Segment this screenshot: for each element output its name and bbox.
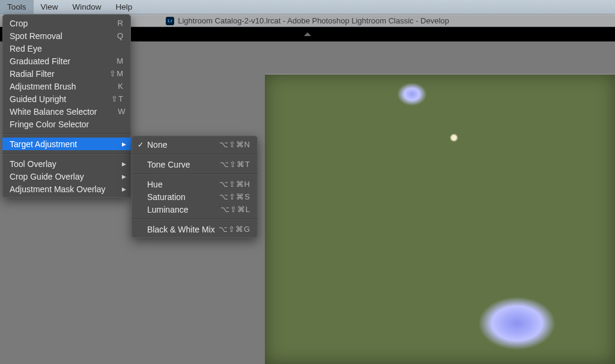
menu-window[interactable]: Window (65, 0, 109, 14)
menu-separator (2, 153, 131, 154)
check-icon: ✓ (138, 141, 144, 149)
menu-item-adjustment-brush[interactable]: Adjustment BrushK (2, 80, 131, 93)
menu-item-graduated-filter[interactable]: Graduated FilterM (2, 55, 131, 67)
menu-separator (132, 154, 258, 155)
menu-item-spot-removal[interactable]: Spot RemovalQ (2, 29, 131, 42)
menu-item-crop[interactable]: CropR (2, 17, 131, 29)
submenu-item-hue[interactable]: Hue⌥⇧⌘H (132, 178, 258, 190)
chevron-right-icon: ▶ (122, 174, 126, 180)
menu-help[interactable]: Help (109, 0, 140, 14)
submenu-item-none[interactable]: ✓ None ⌥⇧⌘N (132, 138, 258, 151)
chevron-right-icon: ▶ (122, 141, 126, 147)
menu-separator (132, 219, 258, 220)
menu-item-crop-guide-overlay[interactable]: Crop Guide Overlay▶ (2, 170, 131, 183)
target-adjustment-submenu: ✓ None ⌥⇧⌘N Tone Curve⌥⇧⌘T Hue⌥⇧⌘H Satur… (132, 136, 258, 238)
menu-item-guided-upright[interactable]: Guided Upright⇧T (2, 93, 131, 105)
menu-item-radial-filter[interactable]: Radial Filter⇧M (2, 67, 131, 80)
menu-item-target-adjustment[interactable]: Target Adjustment ▶ (2, 138, 131, 150)
menu-separator (132, 174, 258, 175)
menu-item-tool-overlay[interactable]: Tool Overlay▶ (2, 157, 131, 170)
submenu-item-tone-curve[interactable]: Tone Curve⌥⇧⌘T (132, 158, 258, 171)
menu-item-white-balance[interactable]: White Balance SelectorW (2, 105, 131, 118)
menubar: Tools View Window Help (0, 0, 615, 14)
triangle-up-icon (304, 32, 311, 36)
menu-item-red-eye[interactable]: Red Eye (2, 42, 131, 55)
chevron-right-icon: ▶ (122, 161, 126, 167)
submenu-item-bw-mix[interactable]: Black & White Mix⌥⇧⌘G (132, 223, 258, 235)
chevron-right-icon: ▶ (122, 186, 126, 192)
menu-item-mask-overlay[interactable]: Adjustment Mask Overlay▶ (2, 183, 131, 195)
menu-tools[interactable]: Tools (0, 0, 34, 14)
menu-item-fringe-color[interactable]: Fringe Color Selector (2, 118, 131, 130)
window-title: Lightroom Catalog-2-v10.lrcat - Adobe Ph… (178, 16, 449, 25)
lightroom-app-icon: Lr (166, 17, 174, 25)
photo-preview (265, 74, 615, 364)
menu-view[interactable]: View (34, 0, 65, 14)
tools-dropdown: CropR Spot RemovalQ Red Eye Graduated Fi… (2, 14, 131, 198)
submenu-item-saturation[interactable]: Saturation⌥⇧⌘S (132, 190, 258, 203)
submenu-item-luminance[interactable]: Luminance⌥⇧⌘L (132, 203, 258, 216)
menu-separator (2, 133, 131, 135)
